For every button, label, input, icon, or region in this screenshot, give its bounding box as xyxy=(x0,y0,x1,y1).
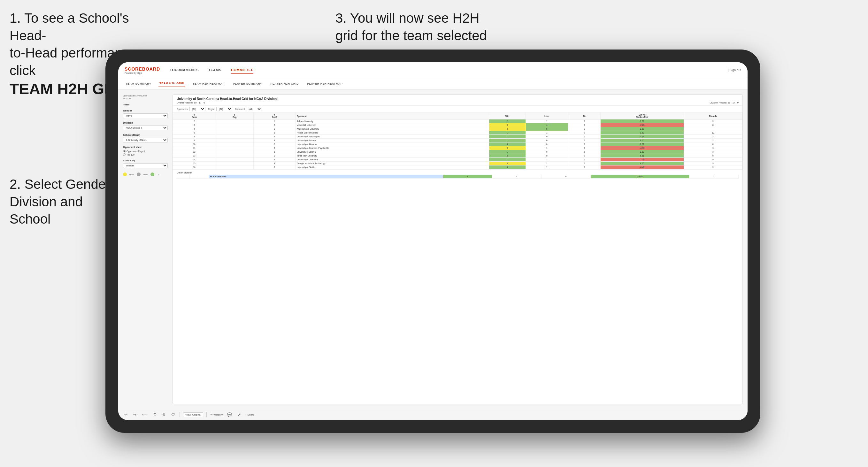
cell-tie: 0 xyxy=(568,138,600,143)
cell-rank: 16 xyxy=(173,165,216,169)
last-updated: Last Updated: 27/03/2024 16:55:38 xyxy=(123,94,168,100)
division-label: Division xyxy=(123,121,168,124)
gender-select[interactable]: Men's xyxy=(123,114,168,118)
comment-btn[interactable]: 💬 xyxy=(226,412,233,417)
table-row: 6 2 Florida State University 1 2 0 1.83 … xyxy=(173,131,742,135)
legend-down-label: Down xyxy=(129,174,134,175)
opponents-filter: Opponents: (All) xyxy=(177,107,206,111)
cell-conf: 2 xyxy=(253,123,295,127)
cell-reg xyxy=(216,120,253,123)
cell-reg xyxy=(216,131,253,135)
cell-loss: 0 xyxy=(526,150,568,154)
sub-nav-team-summary[interactable]: TEAM SUMMARY xyxy=(125,81,152,87)
sub-nav-player-h2h-heatmap[interactable]: PLAYER H2H HEATMAP xyxy=(306,81,344,87)
opponent-select[interactable]: (All) xyxy=(246,107,262,111)
cell-tie: 0 xyxy=(568,154,600,158)
col-rounds: Rounds xyxy=(684,113,742,120)
cell-loss: 2 xyxy=(526,131,568,135)
cell-rank: 2 xyxy=(173,120,216,123)
cell-rounds: 3 xyxy=(684,146,742,150)
sub-nav-team-h2h-heatmap[interactable]: TEAM H2H HEATMAP xyxy=(192,81,225,87)
out-of-division-table: NCAA Division II 1 0 0 26.00 3 xyxy=(177,175,739,179)
legend-up-label: Up xyxy=(157,174,159,175)
table-row: 3 2 Vanderbilt University 0 4 0 -2.29 8 xyxy=(173,123,742,127)
table-row: 14 2 University of Oklahoma 1 2 0 -1.00 … xyxy=(173,158,742,162)
cell-rounds: 2 xyxy=(684,138,742,143)
sub-nav-player-h2h-grid[interactable]: PLAYER H2H GRID xyxy=(269,81,300,87)
cell-conf: 4 xyxy=(253,162,295,165)
sign-out[interactable]: | Sign out xyxy=(728,68,741,72)
cell-opponent: University of Florida xyxy=(295,165,489,169)
overall-record: Overall Record: 89 - 17 - 0 xyxy=(177,101,205,104)
colour-by-select[interactable]: Win/loss xyxy=(123,163,168,168)
cell-rank: 8 xyxy=(173,135,216,138)
cell-tie: 1 xyxy=(568,127,600,131)
cell-rounds xyxy=(684,127,742,131)
cell-rounds: 8 xyxy=(684,123,742,127)
radio-opponents-played[interactable]: Opponents Played xyxy=(123,150,168,152)
radio-top-100[interactable]: Top 100 xyxy=(123,153,168,156)
school-select[interactable]: 1. University of Nort... xyxy=(123,138,168,143)
cell-conf: 1 xyxy=(253,120,295,123)
cell-reg xyxy=(216,143,253,146)
cell-rounds: 8 xyxy=(684,143,742,146)
col-reg: #Reg xyxy=(216,113,253,120)
nav-item-tournaments[interactable]: TOURNAMENTS xyxy=(169,66,199,74)
share-btn[interactable]: ↑ Share xyxy=(245,413,254,416)
cell-opponent: Vanderbilt University xyxy=(295,123,489,127)
app-container: SCOREBOARD Powered by clippi TOURNAMENTS… xyxy=(118,62,748,420)
table-row: 11 6 University of Arkansas, Fayettevill… xyxy=(173,146,742,150)
tablet-frame: SCOREBOARD Powered by clippi TOURNAMENTS… xyxy=(105,50,760,433)
cell-rank: 10 xyxy=(173,143,216,146)
logo-area: SCOREBOARD Powered by clippi xyxy=(125,66,160,74)
cell-loss: 0 xyxy=(526,143,568,146)
cell-rounds: 3 xyxy=(684,150,742,154)
division-select[interactable]: NCAA Division I xyxy=(123,126,168,130)
cell-tie: 0 xyxy=(568,120,600,123)
bottom-toolbar: ↩ ↪ ⟵ ⊡ ⊕ ⏱ View: Original 👁 Watch ▾ 💬 ⤢… xyxy=(118,409,748,420)
crop-btn[interactable]: ⊡ xyxy=(152,412,158,417)
nav-item-committee[interactable]: COMMITTEE xyxy=(231,66,254,74)
expand-btn[interactable]: ⤢ xyxy=(237,412,242,417)
cell-loss: 0 xyxy=(526,154,568,158)
sub-nav-team-h2h-grid[interactable]: TEAM H2H GRID xyxy=(158,80,185,87)
cell-win: 1 xyxy=(489,135,526,138)
toolbar-divider-2 xyxy=(206,412,207,417)
radio-dot-2 xyxy=(123,153,126,156)
out-win: 1 xyxy=(443,175,492,179)
add-btn[interactable]: ⊕ xyxy=(161,412,167,417)
col-tie: Tie xyxy=(568,113,600,120)
cell-conf: 2 xyxy=(253,158,295,162)
sub-nav-player-summary[interactable]: PLAYER SUMMARY xyxy=(232,81,263,87)
cell-rank: 14 xyxy=(173,158,216,162)
cell-diff: -1.00 xyxy=(600,158,684,162)
clock-btn[interactable]: ⏱ xyxy=(170,412,176,417)
cell-diff: 1.83 xyxy=(600,131,684,135)
table-row: 8 2 University of Washington 1 0 0 3.67 … xyxy=(173,135,742,138)
cell-opponent: Florida State University xyxy=(295,131,489,135)
cell-tie: 0 xyxy=(568,131,600,135)
cell-opponent: Georgia Institute of Technology xyxy=(295,162,489,165)
table-row: 9 3 University of Arizona 1 0 0 9.00 2 xyxy=(173,138,742,143)
cell-conf: 6 xyxy=(253,146,295,150)
division-section: Division NCAA Division I xyxy=(123,121,168,130)
region-filter: Region (All) xyxy=(208,107,232,111)
colour-by-section: Colour by Win/loss xyxy=(123,159,168,168)
cell-opponent: University of Oklahoma xyxy=(295,158,489,162)
out-of-division: Out of division NCAA Division II 1 xyxy=(173,169,742,181)
watch-btn[interactable]: 👁 Watch ▾ xyxy=(210,413,223,416)
undo-btn[interactable]: ↩ xyxy=(123,412,129,417)
redo-btn[interactable]: ↪ xyxy=(132,412,138,417)
cell-win: 0 xyxy=(489,127,526,131)
cell-rounds: 9 xyxy=(684,165,742,169)
region-select[interactable]: (All) xyxy=(216,107,232,111)
cell-rank: 15 xyxy=(173,162,216,165)
cell-conf: 1 xyxy=(253,127,295,131)
back-btn[interactable]: ⟵ xyxy=(141,412,149,417)
cell-loss: 0 xyxy=(526,135,568,138)
view-label[interactable]: View: Original xyxy=(183,412,203,417)
opponents-select[interactable]: (All) xyxy=(189,107,206,111)
cell-conf: 3 xyxy=(253,150,295,154)
nav-item-teams[interactable]: TEAMS xyxy=(208,66,221,74)
top-nav: SCOREBOARD Powered by clippi TOURNAMENTS… xyxy=(118,62,748,78)
